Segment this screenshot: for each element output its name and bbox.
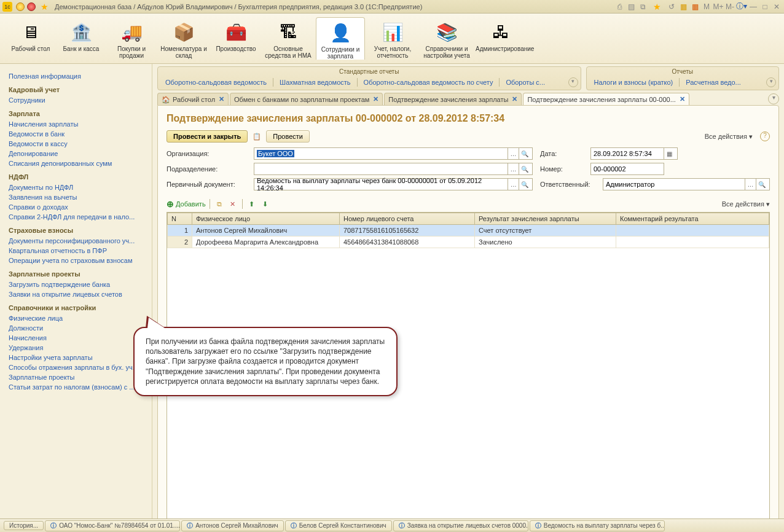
dots-icon[interactable]: … [745, 179, 756, 190]
tool-desktop[interactable]: 🖥Рабочий стол [6, 17, 55, 60]
titlebar-btn-1[interactable] [16, 2, 25, 11]
tool-production[interactable]: 🧰Производство [211, 17, 261, 60]
input-responsible[interactable]: Администратор…🔍 [603, 178, 770, 190]
close-window-icon[interactable]: ✕ [772, 2, 782, 12]
memory-m-minus[interactable]: M- [725, 2, 735, 12]
document-tab[interactable]: 🏠Рабочий стол✕ [157, 93, 229, 105]
sidebar-item[interactable]: Депонирование [0, 149, 152, 158]
grid-header[interactable]: N [168, 213, 192, 225]
star-icon[interactable]: ★ [653, 2, 661, 12]
tab-close-icon[interactable]: ✕ [512, 95, 517, 103]
memory-m-plus[interactable]: M+ [713, 2, 723, 12]
post-button[interactable]: Провести [266, 130, 310, 143]
statusbar-item[interactable]: ⓘЗаявка на открытие лицевых счетов 0000.… [393, 520, 528, 531]
report-link[interactable]: Обороты с... [501, 77, 550, 87]
titlebar-btn-2[interactable] [27, 2, 36, 11]
sidebar-useful-info[interactable]: Полезная информация [0, 71, 152, 81]
maximize-icon[interactable]: □ [760, 2, 770, 12]
report-link[interactable]: Оборотно-сальдовая ведомость [160, 77, 272, 87]
sidebar-item[interactable]: Должности [0, 323, 152, 333]
sidebar-item[interactable]: Справки 2-НДФЛ для передачи в нало... [0, 212, 152, 222]
sidebar-item[interactable]: Ведомости в банк [0, 129, 152, 139]
sidebar-item[interactable]: Начисления зарплаты [0, 119, 152, 129]
dots-icon[interactable]: … [508, 179, 519, 190]
sidebar-item[interactable]: Ведомости в кассу [0, 139, 152, 149]
sidebar-item[interactable]: Квартальная отчетность в ПФР [0, 246, 152, 256]
input-date[interactable]: 28.09.2012 8:57:34▦ [590, 147, 678, 160]
document-tab[interactable]: Подтверждение зачисления зарплаты✕ [384, 93, 522, 105]
table-row[interactable]: 1Антонов Сергей Михайлович70871755816105… [168, 225, 769, 237]
tab-close-icon[interactable]: ✕ [373, 95, 378, 103]
sidebar-item[interactable]: Физические лица [0, 313, 152, 323]
doc-icon[interactable]: ▤ [626, 2, 636, 12]
statusbar-item[interactable]: ⓘОАО "Номос-Банк" №78984654 от 01.01.... [45, 520, 180, 531]
sidebar-item[interactable]: Способы отражения зарплаты в бух. уч... [0, 362, 152, 372]
calendar-icon[interactable]: ▦ [690, 2, 700, 12]
report-link[interactable]: Налоги и взносы (кратко) [589, 77, 678, 87]
search-icon[interactable]: 🔍 [519, 163, 530, 174]
search-icon[interactable]: 🔍 [519, 148, 530, 159]
search-icon[interactable]: 🔍 [756, 179, 767, 190]
sidebar-item[interactable]: Статьи затрат по налогам (взносам) с ... [0, 382, 152, 392]
grid-all-actions[interactable]: Все действия ▾ [722, 200, 770, 208]
copy-icon[interactable]: ⧉ [638, 2, 648, 12]
chevron-down-icon[interactable]: ▾ [568, 77, 578, 87]
move-up-icon[interactable]: ⬆ [246, 198, 257, 209]
memory-m[interactable]: M [702, 2, 711, 12]
dots-icon[interactable]: … [508, 163, 519, 174]
info-icon[interactable]: ⓘ▾ [737, 2, 747, 12]
post-and-close-button[interactable]: Провести и закрыть [167, 130, 248, 143]
save-icon[interactable]: 📋 [251, 131, 262, 142]
tool-employees[interactable]: 👤Сотрудники и зарплата [316, 17, 365, 60]
tabs-chevron-icon[interactable]: ▾ [768, 93, 779, 104]
input-number[interactable]: 00-000002 [590, 163, 664, 175]
input-department[interactable]: …🔍 [254, 163, 533, 175]
add-row-button[interactable]: ⊕Добавить [167, 199, 206, 209]
chevron-down-icon[interactable]: ▾ [766, 77, 776, 87]
sidebar-item[interactable]: Заявления на вычеты [0, 192, 152, 202]
report-link[interactable]: Расчетная ведо... [681, 77, 746, 87]
tool-settings[interactable]: 📚Справочники и настройки учета [420, 17, 473, 60]
input-primary-doc[interactable]: Ведомость на выплату зарплаты через банк… [254, 178, 533, 190]
tool-purchases[interactable]: 🚚Покупки и продажи [107, 17, 156, 60]
sidebar-item[interactable]: Зарплатные проекты [0, 372, 152, 382]
search-icon[interactable]: 🔍 [519, 179, 530, 190]
history-button[interactable]: История... [4, 521, 44, 530]
tool-taxes[interactable]: 📊Учет, налоги, отчетность [366, 17, 419, 60]
calendar-picker-icon[interactable]: ▦ [664, 148, 675, 159]
move-down-icon[interactable]: ⬇ [260, 198, 271, 209]
report-link[interactable]: Шахматная ведомость [275, 77, 355, 87]
sidebar-item[interactable]: Заявки на открытие лицевых счетов [0, 289, 152, 299]
grid-header[interactable]: Результат зачисления зарплаты [475, 213, 616, 225]
sidebar-item[interactable]: Документы по НДФЛ [0, 182, 152, 192]
tool-admin[interactable]: 🖧Администрирование [474, 17, 527, 60]
tab-close-icon[interactable]: ✕ [219, 95, 224, 103]
report-link[interactable]: Оборотно-сальдовая ведомость по счету [359, 77, 498, 87]
history-icon[interactable]: ↺ [667, 2, 676, 12]
sidebar-item[interactable]: Списания депонированных сумм [0, 158, 152, 168]
all-actions-dropdown[interactable]: Все действия ▾ [705, 133, 753, 141]
sidebar-item[interactable]: Операции учета по страховым взносам [0, 256, 152, 265]
delete-row-icon[interactable]: ✕ [227, 198, 238, 209]
help-icon[interactable]: ? [760, 131, 770, 141]
sidebar-item[interactable]: Загрузить подтверждение банка [0, 280, 152, 289]
tab-close-icon[interactable]: ✕ [680, 95, 685, 103]
sidebar-item[interactable]: Документы персонифицированного уч... [0, 236, 152, 246]
minimize-icon[interactable]: — [748, 2, 758, 12]
document-tab[interactable]: Подтверждение зачисления зарплаты 00-000… [523, 93, 689, 105]
print-icon[interactable]: ⎙ [614, 2, 624, 12]
favorite-star-icon[interactable]: ★ [41, 2, 49, 12]
statusbar-item[interactable]: ⓘБелов Сергей Константинович [285, 520, 392, 531]
grid-header[interactable]: Физическое лицо [192, 213, 340, 225]
sidebar-item[interactable]: Начисления [0, 333, 152, 343]
tool-bank[interactable]: 🏦Банк и касса [57, 17, 106, 60]
grid-header[interactable]: Номер лицевого счета [340, 213, 475, 225]
tool-assets[interactable]: 🏗Основные средства и НМА [262, 17, 315, 60]
sidebar-item[interactable]: Справки о доходах [0, 202, 152, 212]
document-tab[interactable]: Обмен с банками по зарплатным проектам✕ [230, 93, 383, 105]
statusbar-item[interactable]: ⓘВедомость на выплату зарплаты через б..… [530, 520, 665, 531]
sidebar-item[interactable]: Настройки учета зарплаты [0, 353, 152, 362]
dots-icon[interactable]: … [508, 148, 519, 159]
statusbar-item[interactable]: ⓘАнтонов Сергей Михайлович [181, 520, 284, 531]
table-row[interactable]: 2Дорофеева Маргарита Александровна456486… [168, 237, 769, 248]
